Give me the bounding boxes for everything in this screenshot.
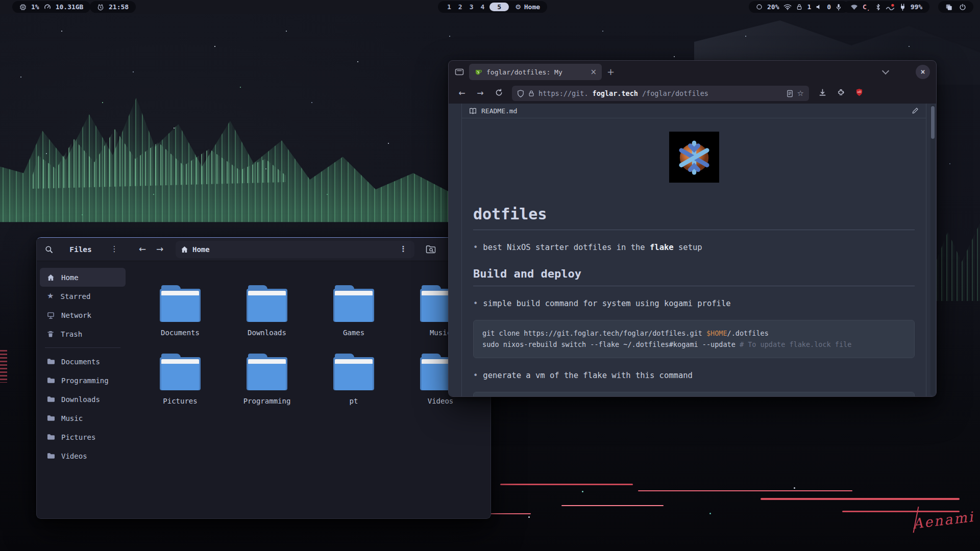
system-stats-pill: 1% 10.31GB <box>12 1 90 13</box>
wifi-icon[interactable] <box>783 4 792 10</box>
folder-label: Games <box>343 329 364 337</box>
readme-section-heading: Build and deploy <box>473 267 915 280</box>
forward-button[interactable]: → <box>472 89 488 97</box>
page-content: README.md <box>449 104 936 396</box>
wallpaper-streak <box>561 505 664 506</box>
bookmark-star-icon[interactable]: ☆ <box>797 90 804 97</box>
trash-icon <box>47 331 54 338</box>
folder-label: Documents <box>161 329 200 337</box>
brightness-level: 20% <box>767 3 779 11</box>
downloads-icon[interactable] <box>814 89 830 98</box>
wallpaper-glitch <box>0 350 7 383</box>
workspace-pill: 1 2 3 4 5 ⚙ Home <box>438 1 547 13</box>
book-icon <box>469 108 477 114</box>
sidebar-item-music[interactable]: Music <box>40 409 126 428</box>
power-button-icon[interactable] <box>959 4 966 11</box>
window-close-button[interactable]: × <box>916 65 930 79</box>
back-button[interactable]: ← <box>134 245 151 254</box>
files-window: Files ⋮ ← → Home ⋮ ⋮ Home ★ Starred Netw <box>36 237 491 519</box>
folder-icon <box>333 354 374 390</box>
workspace-5-active[interactable]: 5 <box>489 3 509 11</box>
workspace-2[interactable]: 2 <box>456 3 464 11</box>
shield-icon[interactable] <box>517 90 524 97</box>
sidebar-item-trash[interactable]: Trash <box>40 324 126 343</box>
app-menu-kebab[interactable]: ⋮ <box>108 245 120 253</box>
list-tabs-chevron-icon[interactable] <box>882 67 889 74</box>
reload-icon[interactable] <box>491 89 507 98</box>
scrollbar-thumb[interactable] <box>931 106 935 139</box>
tray-app-icon[interactable]: C̦ <box>863 3 871 11</box>
code-block-clone[interactable]: git clone https://git.foglar.tech/foglar… <box>473 320 915 358</box>
folder-item-pt[interactable]: pt <box>310 354 397 406</box>
code-block-generators[interactable]: nix run github:nix-community/nixos-gener… <box>473 392 915 396</box>
tab-close-icon[interactable]: × <box>590 68 597 76</box>
readme-content: dotfiles best NixOS starter dotfiles in … <box>462 132 926 396</box>
sidebar-item-label: Pictures <box>61 433 95 441</box>
lock-icon <box>796 4 802 10</box>
search-icon[interactable] <box>45 245 53 254</box>
workspace-1[interactable]: 1 <box>445 3 453 11</box>
ublock-origin-icon[interactable]: uO <box>851 88 867 98</box>
sidebar-item-starred[interactable]: ★ Starred <box>40 287 126 306</box>
sidebar-item-documents[interactable]: Documents <box>40 352 126 371</box>
scrollbar[interactable] <box>930 105 935 395</box>
sidebar-item-label: Downloads <box>61 395 100 404</box>
extensions-puzzle-icon[interactable] <box>832 89 849 98</box>
sidebar-item-pictures[interactable]: Pictures <box>40 428 126 446</box>
folder-item-documents[interactable]: Documents <box>137 285 224 337</box>
speaker-icon[interactable] <box>816 4 822 10</box>
folder-icon <box>247 285 287 322</box>
folder-icon <box>247 354 287 390</box>
folder-item-downloads[interactable]: Downloads <box>224 285 310 337</box>
wallpaper-aurora-right <box>934 214 980 301</box>
wallpaper-streak <box>761 498 960 500</box>
folder-label: pt <box>350 397 358 405</box>
notification-tray-icon[interactable] <box>886 4 895 10</box>
sidebar-item-downloads[interactable]: Downloads <box>40 390 126 409</box>
sidebar-item-label: Music <box>61 414 83 422</box>
bluetooth-icon[interactable] <box>875 4 881 11</box>
wallpaper-streak <box>500 484 633 485</box>
battery-level: 99% <box>911 3 922 11</box>
reader-view-icon[interactable] <box>787 90 793 97</box>
star-icon: ★ <box>47 292 54 300</box>
forward-button[interactable]: → <box>151 245 168 254</box>
folder-label: Programming <box>243 397 291 405</box>
workspace-3[interactable]: 3 <box>468 3 476 11</box>
clipboard-copy-icon[interactable] <box>945 4 952 11</box>
folder-item-games[interactable]: Games <box>310 285 397 337</box>
folder-item-pictures[interactable]: Pictures <box>137 354 224 406</box>
tab-bar: foglar/dotfiles: My × + × <box>449 61 936 83</box>
folder-grid: Documents Downloads Games Music Pictures… <box>129 261 491 518</box>
path-menu-kebab[interactable]: ⋮ <box>397 245 409 253</box>
network-icon <box>47 312 55 319</box>
path-bar[interactable]: Home ⋮ <box>176 241 414 258</box>
sidebar-item-videos[interactable]: Videos <box>40 446 126 465</box>
network-tray-icon[interactable] <box>850 4 858 10</box>
workspace-4[interactable]: 4 <box>478 3 486 11</box>
firefox-view-icon[interactable] <box>455 68 464 76</box>
sidebar-item-programming[interactable]: Programming <box>40 371 126 390</box>
folder-item-programming[interactable]: Programming <box>224 354 310 406</box>
sidebar-item-label: Documents <box>61 358 100 366</box>
nixos-logo <box>669 132 719 183</box>
folder-search-icon[interactable] <box>426 245 436 254</box>
folder-label: Downloads <box>248 329 286 337</box>
microphone-icon[interactable] <box>836 4 842 11</box>
readme-title: dotfiles <box>473 205 915 223</box>
padlock-icon[interactable] <box>528 90 534 97</box>
readme-card: README.md <box>461 104 926 396</box>
browser-tab[interactable]: foglar/dotfiles: My × <box>469 64 602 80</box>
folder-icon <box>47 396 55 403</box>
power-plug-icon <box>899 4 906 11</box>
sidebar-item-network[interactable]: Network <box>40 306 126 324</box>
edit-pencil-icon[interactable] <box>912 107 919 114</box>
clock-time: 21:58 <box>109 3 129 11</box>
sidebar-item-label: Trash <box>61 330 82 338</box>
url-bar[interactable]: https://git.foglar.tech/foglar/dotfiles … <box>512 86 809 101</box>
back-button[interactable]: ← <box>454 89 470 97</box>
volume-level: 0 <box>827 3 831 11</box>
new-tab-button[interactable]: + <box>607 67 615 77</box>
sidebar-item-home[interactable]: Home <box>40 268 126 287</box>
clock-icon <box>97 4 104 11</box>
